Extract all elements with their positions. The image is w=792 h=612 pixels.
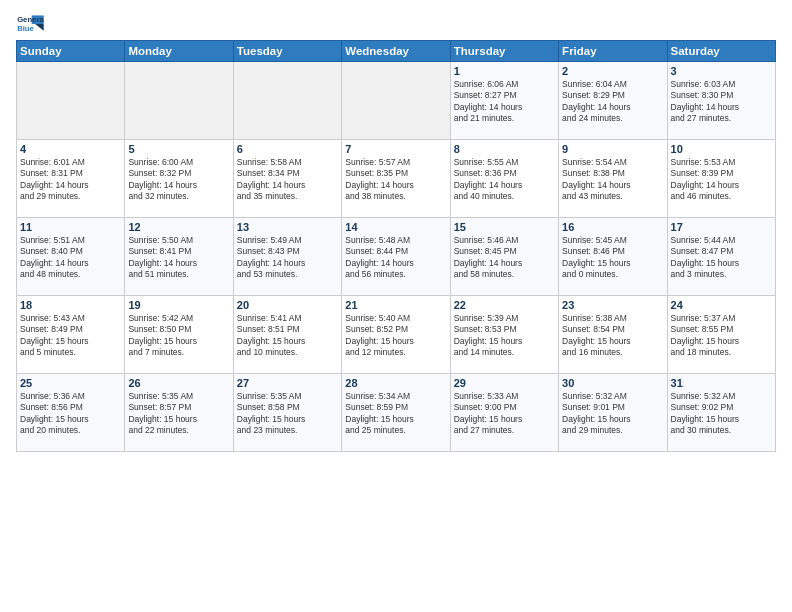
day-info: Sunrise: 5:36 AM Sunset: 8:56 PM Dayligh…: [20, 391, 121, 437]
weekday-header-wednesday: Wednesday: [342, 41, 450, 62]
day-number: 14: [345, 221, 446, 233]
calendar-week-2: 4Sunrise: 6:01 AM Sunset: 8:31 PM Daylig…: [17, 140, 776, 218]
calendar-cell: 3Sunrise: 6:03 AM Sunset: 8:30 PM Daylig…: [667, 62, 775, 140]
day-number: 21: [345, 299, 446, 311]
page: General Blue SundayMondayTuesdayWednesda…: [0, 0, 792, 612]
calendar-table: SundayMondayTuesdayWednesdayThursdayFrid…: [16, 40, 776, 452]
day-info: Sunrise: 5:57 AM Sunset: 8:35 PM Dayligh…: [345, 157, 446, 203]
day-number: 28: [345, 377, 446, 389]
calendar-cell: 19Sunrise: 5:42 AM Sunset: 8:50 PM Dayli…: [125, 296, 233, 374]
svg-text:General: General: [17, 15, 44, 24]
calendar-cell: [125, 62, 233, 140]
calendar-week-1: 1Sunrise: 6:06 AM Sunset: 8:27 PM Daylig…: [17, 62, 776, 140]
day-info: Sunrise: 5:55 AM Sunset: 8:36 PM Dayligh…: [454, 157, 555, 203]
calendar-cell: 15Sunrise: 5:46 AM Sunset: 8:45 PM Dayli…: [450, 218, 558, 296]
day-info: Sunrise: 5:53 AM Sunset: 8:39 PM Dayligh…: [671, 157, 772, 203]
day-info: Sunrise: 6:06 AM Sunset: 8:27 PM Dayligh…: [454, 79, 555, 125]
calendar-cell: 17Sunrise: 5:44 AM Sunset: 8:47 PM Dayli…: [667, 218, 775, 296]
day-number: 30: [562, 377, 663, 389]
weekday-header-sunday: Sunday: [17, 41, 125, 62]
calendar-cell: 18Sunrise: 5:43 AM Sunset: 8:49 PM Dayli…: [17, 296, 125, 374]
day-info: Sunrise: 6:01 AM Sunset: 8:31 PM Dayligh…: [20, 157, 121, 203]
day-info: Sunrise: 5:38 AM Sunset: 8:54 PM Dayligh…: [562, 313, 663, 359]
calendar-cell: [233, 62, 341, 140]
day-number: 19: [128, 299, 229, 311]
day-info: Sunrise: 5:37 AM Sunset: 8:55 PM Dayligh…: [671, 313, 772, 359]
day-number: 1: [454, 65, 555, 77]
day-number: 24: [671, 299, 772, 311]
day-number: 11: [20, 221, 121, 233]
calendar-cell: 12Sunrise: 5:50 AM Sunset: 8:41 PM Dayli…: [125, 218, 233, 296]
calendar-cell: 11Sunrise: 5:51 AM Sunset: 8:40 PM Dayli…: [17, 218, 125, 296]
calendar-cell: 2Sunrise: 6:04 AM Sunset: 8:29 PM Daylig…: [559, 62, 667, 140]
calendar-cell: [342, 62, 450, 140]
day-number: 9: [562, 143, 663, 155]
weekday-header-friday: Friday: [559, 41, 667, 62]
day-number: 2: [562, 65, 663, 77]
day-info: Sunrise: 5:35 AM Sunset: 8:57 PM Dayligh…: [128, 391, 229, 437]
day-info: Sunrise: 5:40 AM Sunset: 8:52 PM Dayligh…: [345, 313, 446, 359]
calendar-cell: 5Sunrise: 6:00 AM Sunset: 8:32 PM Daylig…: [125, 140, 233, 218]
day-number: 17: [671, 221, 772, 233]
day-info: Sunrise: 6:03 AM Sunset: 8:30 PM Dayligh…: [671, 79, 772, 125]
day-number: 6: [237, 143, 338, 155]
day-number: 31: [671, 377, 772, 389]
calendar-cell: 29Sunrise: 5:33 AM Sunset: 9:00 PM Dayli…: [450, 374, 558, 452]
day-info: Sunrise: 5:44 AM Sunset: 8:47 PM Dayligh…: [671, 235, 772, 281]
day-info: Sunrise: 5:50 AM Sunset: 8:41 PM Dayligh…: [128, 235, 229, 281]
svg-text:Blue: Blue: [17, 24, 34, 33]
day-info: Sunrise: 5:49 AM Sunset: 8:43 PM Dayligh…: [237, 235, 338, 281]
calendar-cell: 13Sunrise: 5:49 AM Sunset: 8:43 PM Dayli…: [233, 218, 341, 296]
calendar-cell: 20Sunrise: 5:41 AM Sunset: 8:51 PM Dayli…: [233, 296, 341, 374]
day-number: 15: [454, 221, 555, 233]
day-info: Sunrise: 5:43 AM Sunset: 8:49 PM Dayligh…: [20, 313, 121, 359]
day-number: 26: [128, 377, 229, 389]
calendar-week-5: 25Sunrise: 5:36 AM Sunset: 8:56 PM Dayli…: [17, 374, 776, 452]
logo: General Blue: [16, 12, 44, 36]
day-info: Sunrise: 5:35 AM Sunset: 8:58 PM Dayligh…: [237, 391, 338, 437]
calendar-cell: 10Sunrise: 5:53 AM Sunset: 8:39 PM Dayli…: [667, 140, 775, 218]
day-info: Sunrise: 5:42 AM Sunset: 8:50 PM Dayligh…: [128, 313, 229, 359]
day-info: Sunrise: 5:41 AM Sunset: 8:51 PM Dayligh…: [237, 313, 338, 359]
day-info: Sunrise: 5:48 AM Sunset: 8:44 PM Dayligh…: [345, 235, 446, 281]
day-info: Sunrise: 5:54 AM Sunset: 8:38 PM Dayligh…: [562, 157, 663, 203]
day-number: 12: [128, 221, 229, 233]
calendar-cell: 4Sunrise: 6:01 AM Sunset: 8:31 PM Daylig…: [17, 140, 125, 218]
calendar-cell: 30Sunrise: 5:32 AM Sunset: 9:01 PM Dayli…: [559, 374, 667, 452]
day-number: 5: [128, 143, 229, 155]
day-number: 25: [20, 377, 121, 389]
day-info: Sunrise: 5:45 AM Sunset: 8:46 PM Dayligh…: [562, 235, 663, 281]
day-info: Sunrise: 5:34 AM Sunset: 8:59 PM Dayligh…: [345, 391, 446, 437]
day-number: 18: [20, 299, 121, 311]
weekday-header-thursday: Thursday: [450, 41, 558, 62]
weekday-header-tuesday: Tuesday: [233, 41, 341, 62]
day-number: 3: [671, 65, 772, 77]
day-number: 27: [237, 377, 338, 389]
calendar-cell: 21Sunrise: 5:40 AM Sunset: 8:52 PM Dayli…: [342, 296, 450, 374]
calendar-week-4: 18Sunrise: 5:43 AM Sunset: 8:49 PM Dayli…: [17, 296, 776, 374]
day-info: Sunrise: 5:32 AM Sunset: 9:02 PM Dayligh…: [671, 391, 772, 437]
day-info: Sunrise: 6:04 AM Sunset: 8:29 PM Dayligh…: [562, 79, 663, 125]
day-number: 16: [562, 221, 663, 233]
calendar-week-3: 11Sunrise: 5:51 AM Sunset: 8:40 PM Dayli…: [17, 218, 776, 296]
day-number: 29: [454, 377, 555, 389]
day-info: Sunrise: 6:00 AM Sunset: 8:32 PM Dayligh…: [128, 157, 229, 203]
calendar-cell: 6Sunrise: 5:58 AM Sunset: 8:34 PM Daylig…: [233, 140, 341, 218]
day-number: 8: [454, 143, 555, 155]
day-info: Sunrise: 5:39 AM Sunset: 8:53 PM Dayligh…: [454, 313, 555, 359]
calendar-cell: [17, 62, 125, 140]
calendar-cell: 31Sunrise: 5:32 AM Sunset: 9:02 PM Dayli…: [667, 374, 775, 452]
day-number: 4: [20, 143, 121, 155]
day-info: Sunrise: 5:33 AM Sunset: 9:00 PM Dayligh…: [454, 391, 555, 437]
calendar-cell: 23Sunrise: 5:38 AM Sunset: 8:54 PM Dayli…: [559, 296, 667, 374]
day-info: Sunrise: 5:46 AM Sunset: 8:45 PM Dayligh…: [454, 235, 555, 281]
calendar-cell: 14Sunrise: 5:48 AM Sunset: 8:44 PM Dayli…: [342, 218, 450, 296]
calendar-cell: 28Sunrise: 5:34 AM Sunset: 8:59 PM Dayli…: [342, 374, 450, 452]
header: General Blue: [16, 12, 776, 36]
calendar-cell: 25Sunrise: 5:36 AM Sunset: 8:56 PM Dayli…: [17, 374, 125, 452]
weekday-header-monday: Monday: [125, 41, 233, 62]
calendar-cell: 26Sunrise: 5:35 AM Sunset: 8:57 PM Dayli…: [125, 374, 233, 452]
day-number: 13: [237, 221, 338, 233]
day-number: 7: [345, 143, 446, 155]
day-number: 10: [671, 143, 772, 155]
